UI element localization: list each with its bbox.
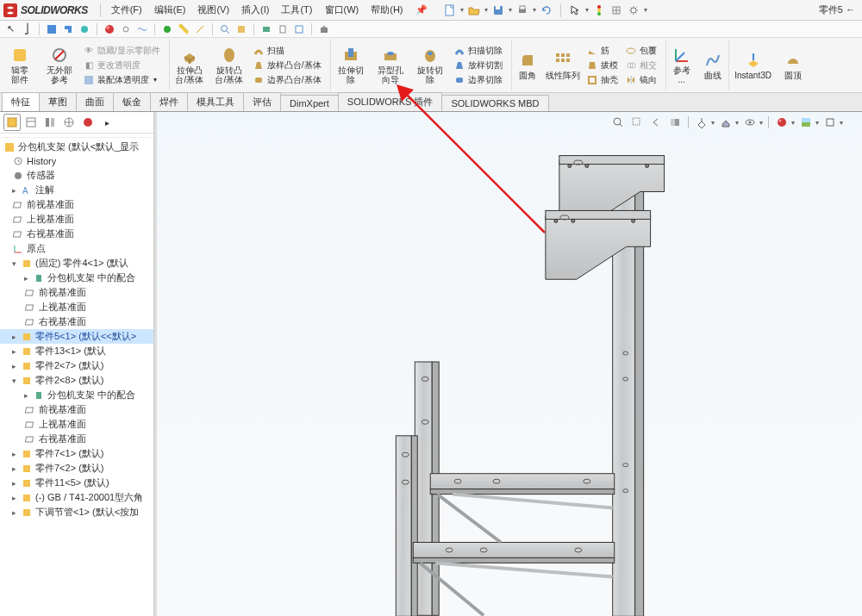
export-icon[interactable] (317, 22, 331, 36)
more-tab[interactable]: ▸ (98, 114, 116, 131)
extrude-button[interactable]: 拉伸凸 台/基体 (170, 40, 209, 90)
ext-cut-button[interactable]: 拉伸切 除 (331, 40, 371, 90)
tab-sheetmetal[interactable]: 钣金 (113, 92, 151, 111)
tree-sensors[interactable]: 传感器 (0, 168, 153, 183)
ruler-icon[interactable]: 📏 (177, 22, 191, 36)
red-sphere-icon[interactable] (103, 22, 116, 36)
shell-button[interactable]: 抽壳 (583, 73, 622, 87)
tree-origin[interactable]: 原点 (0, 241, 153, 256)
blue-shape-icon[interactable] (61, 22, 75, 36)
loft-button[interactable]: 放样凸台/基体 (249, 59, 325, 72)
menu-view[interactable]: 视图(V) (192, 2, 234, 18)
tab-evaluate[interactable]: 评估 (243, 92, 281, 111)
green-dot-icon[interactable] (160, 22, 174, 36)
tree-mates-2[interactable]: ▸分包机支架 中的配合 (0, 388, 153, 402)
section-icon[interactable] (234, 22, 248, 36)
tree-part2-8[interactable]: ▾零件2<8> (默认) (0, 373, 153, 388)
tab-weldment[interactable]: 焊件 (150, 92, 188, 111)
tree-root[interactable]: 分包机支架 (默认<默认_显示 (0, 140, 153, 154)
curve-button[interactable]: 曲线 (697, 40, 728, 90)
tree-m-top1[interactable]: 上视基准面 (0, 300, 153, 314)
draft-button[interactable]: 拔模 (583, 59, 622, 72)
tree-tube[interactable]: ▸下调节管<1> (默认<按加 (0, 505, 153, 520)
tree-part7-1[interactable]: ▸零件7<1> (默认) (0, 446, 153, 461)
gear-sm-icon[interactable] (119, 22, 133, 36)
tab-surface[interactable]: 曲面 (76, 92, 114, 111)
line-icon[interactable]: ⎦ (20, 22, 34, 36)
loft-cut-button[interactable]: 放样切割 (450, 59, 506, 72)
sheet-icon[interactable] (292, 22, 306, 36)
tab-sw-addins[interactable]: SOLIDWORKS 插件 (338, 92, 443, 111)
hole-wizard-button[interactable]: 异型孔 向导 (371, 40, 410, 90)
tree-annotations[interactable]: ▸A注解 (0, 183, 153, 197)
cyan-dot-icon[interactable] (78, 22, 91, 36)
tree-part13[interactable]: ▸零件13<1> (默认 (0, 344, 153, 358)
edit-part-button[interactable]: 辑零 部件 (0, 40, 40, 90)
menu-pin-icon[interactable]: 📌 (415, 4, 428, 16)
boundary-button[interactable]: 边界凸台/基体 (249, 73, 325, 87)
dim-icon[interactable] (193, 22, 207, 36)
tab-features[interactable]: 特征 (2, 92, 40, 111)
magnify-icon[interactable] (218, 22, 232, 36)
ref-geo-button[interactable]: 参考 ... (666, 40, 697, 90)
tree-gb-nut[interactable]: ▸(-) GB / T41-20001型六角 (0, 490, 153, 505)
sweep-cut-button[interactable]: 扫描切除 (450, 44, 506, 58)
tree-mates-1[interactable]: ▸分包机支架 中的配合 (0, 271, 153, 285)
dome-button[interactable]: 圆顶 (778, 40, 809, 90)
sweep-button[interactable]: 扫描 (249, 44, 325, 58)
linear-pattern-button[interactable]: 线性阵列 (543, 40, 583, 90)
save-icon[interactable] (491, 3, 505, 17)
print-icon[interactable] (515, 3, 529, 17)
open-icon[interactable] (467, 3, 481, 17)
wave-icon[interactable] (135, 22, 149, 36)
undo-redo-icon[interactable] (540, 3, 553, 17)
instant3d-button[interactable]: Instant3D (729, 40, 778, 90)
tree-part7-2[interactable]: ▸零件7<2> (默认) (0, 461, 153, 476)
tree-part4[interactable]: ▾(固定) 零件4<1> (默认 (0, 256, 153, 271)
intersect-button[interactable]: 相交 (622, 59, 660, 72)
ext-ref-button[interactable]: 无外部 参考 (40, 40, 79, 90)
tree-right-plane[interactable]: 右视基准面 (0, 227, 153, 241)
viewport[interactable]: ▾ ▾ ▾ ▾ ▾ ▾ (157, 112, 862, 616)
new-doc-icon[interactable] (443, 3, 457, 17)
tree-m-right1[interactable]: 右视基准面 (0, 314, 153, 329)
traffic-light-icon[interactable] (592, 3, 606, 17)
menu-help[interactable]: 帮助(H) (365, 2, 408, 18)
menu-file[interactable]: 文件(F) (106, 2, 147, 18)
tab-dimxpert[interactable]: DimXpert (280, 95, 339, 111)
rib-button[interactable]: 筋 (583, 44, 622, 58)
select-icon[interactable] (568, 3, 582, 17)
tab-moldtools[interactable]: 模具工具 (187, 92, 244, 111)
tab-sw-mbd[interactable]: SOLIDWORKS MBD (441, 95, 548, 111)
menu-edit[interactable]: 编辑(E) (149, 2, 191, 18)
tree-part5[interactable]: ▸零件5<1> (默认<<默认> (0, 329, 153, 344)
transparency-button[interactable]: ◧更改透明度 (79, 59, 164, 72)
menu-window[interactable]: 窗口(W) (320, 2, 365, 18)
menu-tools[interactable]: 工具(T) (276, 2, 317, 18)
menu-insert[interactable]: 插入(I) (236, 2, 274, 18)
bnd-cut-button[interactable]: 边界切除 (450, 73, 506, 87)
revolve-button[interactable]: 旋转凸 台/基体 (209, 40, 249, 90)
tree-m-right2[interactable]: 右视基准面 (0, 432, 153, 446)
tree-part11-5[interactable]: ▸零件11<5> (默认) (0, 476, 153, 490)
asm-transparency-button[interactable]: 装配体透明度▾ (79, 73, 164, 87)
doc-icon[interactable] (276, 22, 290, 36)
tree-top-plane[interactable]: 上视基准面 (0, 212, 153, 227)
tab-sketch[interactable]: 草图 (39, 92, 77, 111)
fm-tree-tab[interactable] (3, 114, 21, 131)
config-tab[interactable] (41, 114, 59, 131)
mirror-button[interactable]: 镜向 (622, 73, 660, 87)
tree-m-front2[interactable]: 前视基准面 (0, 402, 153, 417)
tree-m-top2[interactable]: 上视基准面 (0, 417, 153, 432)
wrap-button[interactable]: 包覆 (622, 44, 660, 58)
cursor-icon[interactable]: ↖ (3, 22, 17, 36)
tree-history[interactable]: History (0, 154, 153, 168)
preview-icon[interactable] (259, 22, 273, 36)
tree-m-front1[interactable]: 前视基准面 (0, 285, 153, 300)
display-tab[interactable] (60, 114, 78, 131)
options-icon[interactable] (627, 3, 640, 17)
appearance-tab[interactable] (79, 114, 97, 131)
tree-front-plane[interactable]: 前视基准面 (0, 197, 153, 212)
rebuild-icon[interactable] (609, 3, 623, 17)
hide-show-button[interactable]: 👁隐藏/显示零部件 (79, 44, 164, 58)
